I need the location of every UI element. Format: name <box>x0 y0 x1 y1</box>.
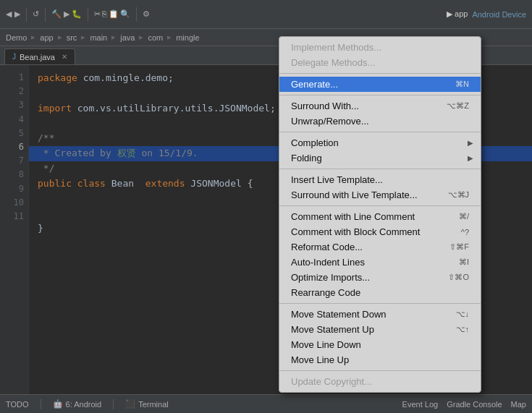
comment-line-shortcut: ⌘/ <box>444 212 469 221</box>
gradle-console-label[interactable]: Gradle Console <box>447 400 502 409</box>
menu-item-move-line-down[interactable]: Move Line Down <box>279 337 481 352</box>
menu-item-unwrap-remove[interactable]: Unwrap/Remove... <box>279 114 481 129</box>
line-num-9: 9 <box>4 182 24 196</box>
auto-indent-label: Auto-Indent Lines <box>291 257 444 268</box>
move-statement-down-label: Move Statement Down <box>291 309 442 320</box>
move-statement-down-shortcut: ⌥↓ <box>442 310 470 319</box>
menu-item-update-copyright[interactable]: Update Copyright... <box>279 374 481 389</box>
menu-item-generate[interactable]: Generate... ⌘N <box>279 77 481 92</box>
menu-sep-5 <box>279 205 481 206</box>
move-statement-up-shortcut: ⌥↑ <box>442 325 470 334</box>
menu-item-folding[interactable]: Folding ▶ <box>279 150 481 166</box>
update-copyright-label: Update Copyright... <box>291 376 469 387</box>
folding-arrow-icon: ▶ <box>468 154 473 162</box>
line-num-2: 2 <box>4 85 24 98</box>
reformat-code-label: Reformat Code... <box>291 242 435 252</box>
surround-with-label: Surround With... <box>291 101 432 111</box>
menu-item-comment-line[interactable]: Comment with Line Comment ⌘/ <box>279 209 481 224</box>
auto-indent-shortcut: ⌘I <box>444 257 469 267</box>
tab-close-icon[interactable]: ✕ <box>62 53 67 61</box>
menu-item-move-statement-down[interactable]: Move Statement Down ⌥↓ <box>279 307 481 322</box>
nav-mingle[interactable]: mingle <box>176 33 199 42</box>
paste-icon[interactable]: 📋 <box>109 9 119 19</box>
line-numbers: 1 2 3 4 5 6 7 8 9 10 11 <box>0 65 29 394</box>
line-num-7: 7 <box>4 154 24 168</box>
device-label: Android Device <box>472 10 526 19</box>
toolbar-sep4 <box>136 7 137 22</box>
menu-sep-4 <box>279 169 481 169</box>
move-line-up-label: Move Line Up <box>291 354 469 365</box>
status-bar: TODO 🤖 6: Android ⬛ Terminal Event Log G… <box>0 394 532 413</box>
terminal-label: Terminal <box>138 400 169 409</box>
menu-item-move-line-up[interactable]: Move Line Up <box>279 352 481 367</box>
unwrap-remove-label: Unwrap/Remove... <box>291 116 469 127</box>
back-icon[interactable]: ◀ <box>6 9 12 19</box>
menu-sep-3 <box>279 132 481 132</box>
menu-item-completion[interactable]: Completion ▶ <box>279 135 481 150</box>
menu-item-insert-live-template[interactable]: Insert Live Template... <box>279 172 481 187</box>
tab-bean-java[interactable]: J Bean.java ✕ <box>4 48 75 64</box>
line-num-11: 11 <box>4 210 24 223</box>
completion-label: Completion <box>291 137 339 148</box>
status-android[interactable]: 🤖 6: Android <box>53 399 102 409</box>
run-icon[interactable]: ▶ <box>64 9 69 19</box>
terminal-icon: ⬛ <box>125 399 135 409</box>
nav-demo[interactable]: Demo <box>6 33 27 42</box>
status-todo[interactable]: TODO <box>6 400 29 409</box>
rearrange-code-label: Rearrange Code <box>291 287 469 298</box>
menu-item-optimize-imports[interactable]: Optimize Imports... ⇧⌘O <box>279 270 481 285</box>
more-icons: ✂ ⎘ 📋 🔍 <box>94 9 130 19</box>
toolbar-sep3 <box>88 7 88 22</box>
settings-icon[interactable]: ⚙ <box>143 9 150 19</box>
comment-block-shortcut: ^? <box>447 228 469 237</box>
nav-com[interactable]: com <box>148 33 163 42</box>
status-terminal[interactable]: ⬛ Terminal <box>125 399 169 409</box>
menu-item-move-statement-up[interactable]: Move Statement Up ⌥↑ <box>279 322 481 337</box>
menu-item-comment-block[interactable]: Comment with Block Comment ^? <box>279 224 481 239</box>
surround-live-template-label: Surround with Live Template... <box>291 190 434 200</box>
optimize-imports-shortcut: ⇧⌘O <box>434 273 469 282</box>
menu-item-surround-live-template[interactable]: Surround with Live Template... ⌥⌘J <box>279 187 481 203</box>
move-line-down-label: Move Line Down <box>291 339 469 350</box>
menu-item-implement-methods[interactable]: Implement Methods... <box>279 40 481 55</box>
menu-item-reformat-code[interactable]: Reformat Code... ⇧⌘F <box>279 239 481 255</box>
surround-live-template-shortcut: ⌥⌘J <box>434 190 470 200</box>
java-file-icon: J <box>12 53 16 61</box>
todo-label: TODO <box>6 400 29 409</box>
scissors-icon[interactable]: ✂ <box>94 9 101 19</box>
context-menu: Implement Methods... Delegate Methods...… <box>279 36 481 393</box>
generate-label: Generate... <box>291 79 441 90</box>
nav-src[interactable]: src <box>67 33 77 42</box>
menu-item-surround-with[interactable]: Surround With... ⌥⌘Z <box>279 98 481 114</box>
surround-with-shortcut: ⌥⌘Z <box>432 101 469 111</box>
line-num-5: 5 <box>4 127 24 140</box>
move-statement-up-label: Move Statement Up <box>291 324 442 335</box>
completion-arrow-icon: ▶ <box>468 139 473 147</box>
toolbar-sep2 <box>45 7 46 22</box>
run-config: ▶ app Android Device <box>447 9 526 19</box>
status-sep-1 <box>41 399 41 409</box>
refresh-icon[interactable]: ↺ <box>33 9 39 19</box>
find-icon[interactable]: 🔍 <box>120 9 130 19</box>
copy-icon[interactable]: ⎘ <box>102 9 107 19</box>
app-config-label: ▶ app <box>447 9 468 19</box>
nav-main[interactable]: main <box>90 33 107 42</box>
nav-app[interactable]: app <box>40 33 53 42</box>
status-right: Event Log Gradle Console Map <box>402 400 526 409</box>
line-num-8: 8 <box>4 168 24 182</box>
insert-live-template-label: Insert Live Template... <box>291 174 469 185</box>
menu-sep-2 <box>279 95 481 95</box>
toolbar-left-icons: ◀ ▶ ↺ 🔨 ▶ 🐛 ✂ ⎘ 📋 🔍 ⚙ <box>6 7 150 22</box>
forward-icon[interactable]: ▶ <box>14 9 20 19</box>
comment-block-label: Comment with Block Comment <box>291 226 447 237</box>
build-icon[interactable]: 🔨 <box>51 9 62 19</box>
menu-item-delegate-methods[interactable]: Delegate Methods... <box>279 55 481 70</box>
nav-java[interactable]: java <box>120 33 135 42</box>
event-log-label[interactable]: Event Log <box>402 400 439 409</box>
toolbar-sep1 <box>26 7 27 22</box>
debug-icon[interactable]: 🐛 <box>72 9 82 19</box>
menu-item-auto-indent[interactable]: Auto-Indent Lines ⌘I <box>279 255 481 270</box>
menu-item-rearrange-code[interactable]: Rearrange Code <box>279 285 481 300</box>
map-label[interactable]: Map <box>511 400 526 409</box>
optimize-imports-label: Optimize Imports... <box>291 272 434 283</box>
